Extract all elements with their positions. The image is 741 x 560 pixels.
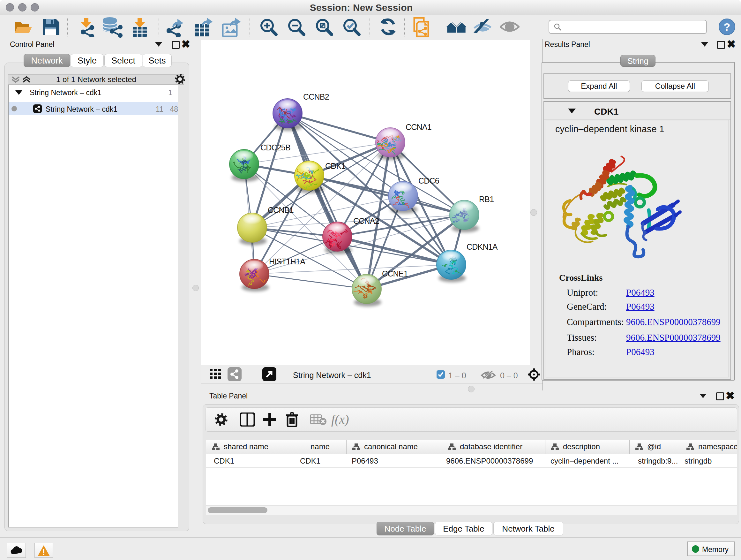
svg-text:HIST1H1A: HIST1H1A xyxy=(269,257,306,266)
svg-text:CCNE1: CCNE1 xyxy=(382,269,408,278)
svg-text:CCNA1: CCNA1 xyxy=(406,123,431,132)
svg-text:CDKN1A: CDKN1A xyxy=(467,242,498,251)
svg-text:CDC25B: CDC25B xyxy=(260,143,290,152)
svg-text:CCNB2: CCNB2 xyxy=(303,92,329,101)
svg-text:CCNB1: CCNB1 xyxy=(268,206,293,214)
svg-text:CDC6: CDC6 xyxy=(418,176,439,185)
svg-text:CCNA2: CCNA2 xyxy=(353,216,379,226)
svg-text:CDK1: CDK1 xyxy=(325,162,346,171)
svg-text:RB1: RB1 xyxy=(479,195,494,204)
